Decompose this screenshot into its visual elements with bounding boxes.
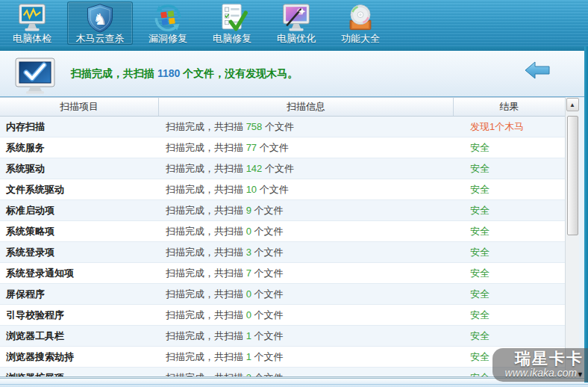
table-row[interactable]: 浏览器搜索劫持扫描完成，共扫描 1 个文件安全: [0, 347, 565, 368]
toolbar-tab-computer-repair[interactable]: 电脑修复: [203, 1, 261, 45]
scan-info-cell: 扫描完成，共扫描 758 个文件: [159, 120, 454, 134]
optimize-wand-icon: [281, 3, 312, 33]
scan-item-cell: 系统策略项: [0, 225, 159, 238]
main-toolbar: 电脑体检 ♞ 木马云查杀: [0, 0, 588, 46]
file-count: 0: [246, 309, 251, 321]
toolbar-tab-label: 木马云查杀: [76, 33, 125, 45]
file-count: 3: [246, 372, 251, 378]
toolbar-tab-all-features[interactable]: 功能大全: [331, 1, 390, 45]
scan-table-header: 扫描项目 扫描信息 结果: [0, 97, 565, 117]
scan-item-cell: 引导校验程序: [0, 309, 159, 322]
vulnerability-fix-icon: [152, 3, 184, 33]
scan-info-cell: 扫描完成，共扫描 1 个文件: [159, 350, 454, 364]
file-count: 0: [246, 288, 251, 300]
scan-info-cell: 扫描完成，共扫描 3 个文件: [159, 371, 454, 378]
scan-item-cell: 内存扫描: [0, 120, 159, 134]
scan-item-cell: 浏览器搜索劫持: [0, 350, 159, 364]
scanned-file-count: 1180: [157, 67, 180, 79]
scan-info-cell: 扫描完成，共扫描 3 个文件: [159, 246, 454, 259]
bottom-divider: [0, 384, 588, 385]
scan-item-cell: 文件系统驱动: [0, 183, 159, 196]
file-count: 3: [246, 247, 251, 258]
health-monitor-icon: [16, 3, 48, 33]
back-arrow-icon[interactable]: [524, 60, 551, 81]
toolbar-tab-label: 电脑优化: [277, 33, 316, 45]
table-row[interactable]: 标准启动项扫描完成，共扫描 9 个文件安全: [0, 200, 565, 221]
scan-item-cell: 浏览器扩展项: [0, 371, 159, 378]
vertical-scrollbar[interactable]: ▲: [565, 97, 579, 377]
scan-item-cell: 系统服务: [0, 141, 159, 155]
scan-item-cell: 标准启动项: [0, 204, 159, 217]
toolbar-tab-computer-optimize[interactable]: 电脑优化: [267, 1, 325, 45]
scan-result-cell: 安全: [454, 288, 565, 301]
watermark-url: www.ikaka.com▼: [492, 367, 584, 380]
scan-result-cell: 安全: [454, 225, 565, 238]
window-right-edge: [584, 46, 588, 383]
caret-down-icon: ▼: [577, 371, 584, 378]
scan-result-cell: 发现1个木马: [454, 120, 565, 134]
scan-result-cell: 安全: [454, 141, 565, 155]
scan-item-cell: 系统驱动: [0, 162, 159, 176]
svg-text:♞: ♞: [93, 10, 107, 28]
monitor-check-icon: [13, 57, 57, 94]
scan-result-cell: 安全: [454, 329, 565, 343]
table-row[interactable]: 系统策略项扫描完成，共扫描 0 个文件安全: [0, 221, 565, 242]
file-count: 0: [246, 226, 251, 237]
scan-item-cell: 系统登录项: [0, 246, 159, 259]
toolbar-tab-label: 漏洞修复: [148, 33, 187, 45]
scan-table-body: 内存扫描扫描完成，共扫描 758 个文件发现1个木马系统服务扫描完成，共扫描 7…: [0, 117, 565, 377]
file-count: 9: [246, 205, 251, 216]
file-count: 758: [246, 121, 263, 132]
toolbar-tab-label: 电脑体检: [13, 33, 51, 45]
scan-info-cell: 扫描完成，共扫描 10 个文件: [159, 183, 454, 196]
toolbar-tab-computer-checkup[interactable]: 电脑体检: [3, 1, 61, 45]
table-row[interactable]: 文件系统驱动扫描完成，共扫描 10 个文件安全: [0, 179, 565, 200]
scan-item-cell: 系统登录通知项: [0, 267, 159, 280]
scroll-up-arrow-icon[interactable]: ▲: [566, 98, 579, 111]
scan-info-cell: 扫描完成，共扫描 7 个文件: [159, 267, 454, 280]
scan-summary-text: 扫描完成，共扫描 1180 个文件，没有发现木马。: [71, 67, 298, 81]
scan-item-cell: 浏览器工具栏: [0, 329, 159, 343]
trojan-shield-icon: ♞: [84, 3, 116, 33]
file-count: 1: [246, 351, 251, 362]
repair-checklist-icon: [216, 3, 248, 33]
table-row[interactable]: 屏保程序扫描完成，共扫描 0 个文件安全: [0, 284, 565, 305]
file-count: 142: [246, 163, 263, 174]
scan-result-cell: 安全: [454, 204, 565, 217]
scan-result-cell: 安全: [454, 162, 565, 176]
file-count: 1: [246, 330, 251, 341]
antivirus-window: 电脑体检 ♞ 木马云查杀: [0, 0, 588, 387]
column-header-scan-info[interactable]: 扫描信息: [159, 98, 454, 116]
table-row[interactable]: 系统登录项扫描完成，共扫描 3 个文件安全: [0, 242, 565, 263]
scan-info-cell: 扫描完成，共扫描 1 个文件: [159, 329, 454, 343]
toolbar-tab-label: 电脑修复: [213, 33, 251, 45]
file-count: 77: [246, 142, 257, 153]
table-row[interactable]: 系统服务扫描完成，共扫描 77 个文件安全: [0, 137, 565, 158]
column-header-scan-item[interactable]: 扫描项目: [0, 98, 159, 116]
watermark-title: 瑞星卡卡: [492, 350, 584, 367]
table-row[interactable]: 浏览器工具栏扫描完成，共扫描 1 个文件安全: [0, 326, 565, 347]
file-count: 10: [246, 184, 257, 195]
table-row[interactable]: 内存扫描扫描完成，共扫描 758 个文件发现1个木马: [0, 117, 565, 137]
features-disc-icon: [345, 3, 376, 33]
scan-result-cell: 安全: [454, 309, 565, 322]
ikaka-watermark: 瑞星卡卡 www.ikaka.com▼: [492, 348, 588, 382]
table-row[interactable]: 浏览器扩展项扫描完成，共扫描 3 个文件安全: [0, 368, 565, 377]
scan-result-cell: 安全: [454, 246, 565, 259]
scan-info-cell: 扫描完成，共扫描 9 个文件: [159, 204, 454, 217]
table-row[interactable]: 引导校验程序扫描完成，共扫描 0 个文件安全: [0, 305, 565, 326]
scan-result-cell: 安全: [454, 183, 565, 196]
toolbar-tab-trojan-cloud-scan[interactable]: ♞ 木马云查杀: [67, 1, 133, 45]
scan-result-cell: 安全: [454, 267, 565, 280]
scan-item-cell: 屏保程序: [0, 288, 159, 301]
table-row[interactable]: 系统驱动扫描完成，共扫描 142 个文件安全: [0, 158, 565, 179]
scan-info-cell: 扫描完成，共扫描 0 个文件: [159, 225, 454, 238]
scan-info-cell: 扫描完成，共扫描 77 个文件: [159, 141, 454, 155]
scan-info-cell: 扫描完成，共扫描 0 个文件: [159, 309, 454, 322]
file-count: 7: [246, 267, 251, 279]
table-row[interactable]: 系统登录通知项扫描完成，共扫描 7 个文件安全: [0, 263, 565, 284]
toolbar-tab-vulnerability-fix[interactable]: 漏洞修复: [139, 1, 197, 45]
column-header-result[interactable]: 结果: [454, 98, 565, 116]
scan-info-cell: 扫描完成，共扫描 142 个文件: [159, 162, 454, 176]
scrollbar-thumb[interactable]: [567, 116, 578, 235]
